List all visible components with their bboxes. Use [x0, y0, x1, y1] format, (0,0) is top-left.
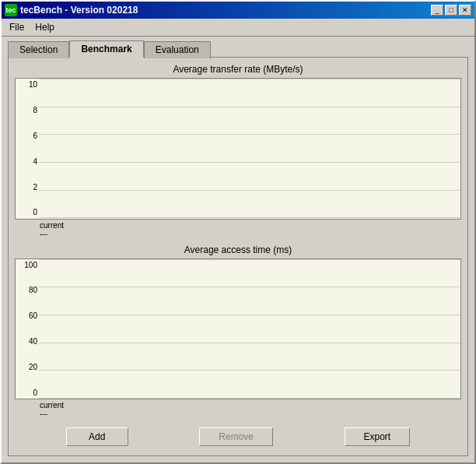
y-label-40: 40 — [16, 337, 37, 346]
export-button[interactable]: Export — [345, 427, 411, 446]
chart-access-time: Average access time (ms) 100 80 60 40 20… — [15, 244, 461, 419]
y-label-0: 0 — [16, 208, 37, 216]
y-label-80: 80 — [16, 286, 37, 294]
current-value-2: --- — [40, 410, 461, 418]
y-label-100: 100 — [16, 261, 37, 269]
remove-button[interactable]: Remove — [199, 427, 273, 446]
close-button[interactable]: ✕ — [459, 5, 471, 16]
chart-access-time-plot — [39, 259, 460, 399]
grid-line — [39, 259, 460, 260]
chart-access-time-labels: current --- — [15, 401, 461, 418]
maximize-button[interactable]: □ — [445, 5, 457, 16]
y-label-20: 20 — [16, 363, 37, 371]
y-label-6: 6 — [16, 132, 37, 140]
grid-line — [39, 315, 460, 315]
chart-transfer-rate-title: Average transfer rate (MByte/s) — [15, 64, 461, 75]
menubar: File Help — [2, 19, 474, 37]
minimize-button[interactable]: _ — [431, 5, 443, 16]
add-button[interactable]: Add — [66, 427, 128, 446]
tab-benchmark[interactable]: Benchmark — [69, 40, 143, 58]
tab-selection[interactable]: Selection — [8, 41, 69, 58]
tabs-bar: Selection Benchmark Evaluation — [2, 37, 474, 57]
y-label-0-2: 0 — [16, 388, 37, 397]
app-icon: tec — [5, 4, 17, 16]
chart-access-time-yaxis: 100 80 60 40 20 0 — [16, 259, 39, 399]
grid-line — [39, 370, 460, 371]
grid-line — [39, 217, 460, 218]
chart-transfer-rate-yaxis: 10 8 6 4 2 0 — [16, 79, 39, 219]
app-window: tec tecBench - Version 020218 _ □ ✕ File… — [0, 0, 476, 464]
current-value-1: --- — [40, 230, 461, 238]
menu-help[interactable]: Help — [30, 20, 59, 34]
y-label-2: 2 — [16, 183, 37, 192]
grid-line — [39, 134, 460, 135]
chart-transfer-rate: Average transfer rate (MByte/s) 10 8 6 4… — [15, 64, 461, 238]
chart-transfer-rate-labels: current --- — [15, 221, 461, 238]
grid-line — [39, 162, 460, 163]
y-label-10: 10 — [16, 80, 37, 89]
buttons-row: Add Remove Export — [15, 424, 461, 449]
current-label-1: current — [40, 221, 461, 230]
content-area: Average transfer rate (MByte/s) 10 8 6 4… — [8, 57, 468, 456]
title-bar: tec tecBench - Version 020218 _ □ ✕ — [2, 2, 474, 19]
grid-line — [39, 398, 460, 399]
current-label-2: current — [40, 401, 461, 410]
chart-transfer-rate-gridlines — [39, 79, 460, 219]
menu-file[interactable]: File — [5, 20, 29, 34]
chart-access-time-container: 100 80 60 40 20 0 — [15, 258, 461, 400]
chart-transfer-rate-plot — [39, 79, 460, 219]
y-label-60: 60 — [16, 311, 37, 320]
tab-evaluation[interactable]: Evaluation — [144, 41, 211, 58]
grid-line — [39, 286, 460, 287]
title-bar-left: tec tecBench - Version 020218 — [5, 4, 138, 16]
grid-line — [39, 343, 460, 343]
y-label-4: 4 — [16, 157, 37, 166]
title-buttons: _ □ ✕ — [431, 5, 471, 16]
window-title: tecBench - Version 020218 — [20, 5, 138, 16]
grid-line — [39, 107, 460, 107]
chart-access-time-gridlines — [39, 259, 460, 399]
grid-line — [39, 79, 460, 79]
grid-line — [39, 190, 460, 191]
y-label-8: 8 — [16, 106, 37, 114]
chart-access-time-title: Average access time (ms) — [15, 244, 461, 255]
chart-transfer-rate-container: 10 8 6 4 2 0 — [15, 78, 461, 220]
